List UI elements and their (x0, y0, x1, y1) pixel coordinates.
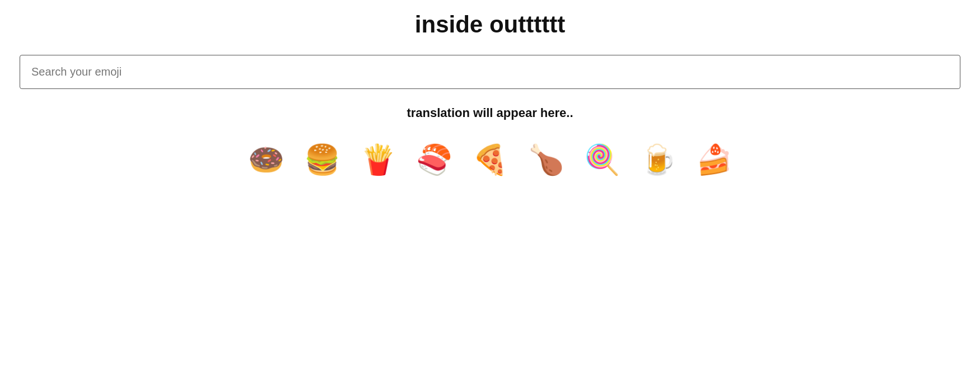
emoji-french-fries[interactable]: 🍟 (356, 137, 400, 182)
page-title: inside outttttt (415, 11, 565, 38)
emoji-pizza[interactable]: 🍕 (468, 137, 512, 182)
emoji-poultry-leg[interactable]: 🍗 (524, 137, 568, 182)
emoji-lollipop[interactable]: 🍭 (580, 137, 624, 182)
emoji-beer[interactable]: 🍺 (636, 137, 680, 182)
emoji-sushi[interactable]: 🍣 (412, 137, 456, 182)
emoji-donut[interactable]: 🍩 (244, 137, 288, 182)
search-container (20, 55, 960, 89)
emoji-hamburger[interactable]: 🍔 (300, 137, 344, 182)
search-input[interactable] (20, 55, 960, 89)
translation-placeholder: translation will appear here.. (407, 106, 573, 120)
emoji-row: 🍩🍔🍟🍣🍕🍗🍭🍺🍰 (244, 137, 736, 182)
emoji-shortcake[interactable]: 🍰 (692, 137, 736, 182)
